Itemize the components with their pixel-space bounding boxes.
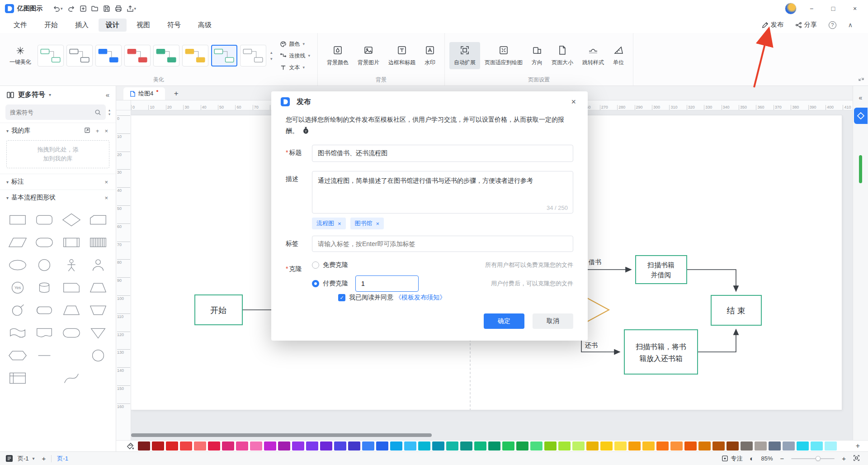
export-dropdown-icon[interactable]: ▾: [134, 6, 137, 11]
collapse-panel-icon[interactable]: «: [106, 91, 109, 99]
active-page-tab[interactable]: 页-1: [57, 455, 68, 463]
clone-price-input[interactable]: [355, 275, 419, 292]
theme-thumbnail[interactable]: [153, 45, 179, 66]
color-swatch[interactable]: [390, 441, 402, 451]
paid-clone-radio[interactable]: [312, 280, 319, 287]
focus-mode-button[interactable]: 专注: [722, 455, 742, 463]
color-swatch[interactable]: [474, 441, 486, 451]
node-scan-borrow[interactable]: [636, 256, 687, 284]
share-button[interactable]: 分享: [795, 21, 817, 29]
free-clone-radio[interactable]: [312, 261, 319, 269]
zoom-out-button[interactable]: −: [780, 455, 784, 462]
format-panel-button[interactable]: [854, 108, 868, 124]
menu-tab-file[interactable]: 文件: [6, 19, 34, 32]
color-swatch[interactable]: [250, 441, 262, 451]
connector-borrow[interactable]: [581, 270, 631, 295]
new-tab-button[interactable]: +: [171, 89, 181, 100]
close-button[interactable]: ×: [848, 3, 862, 14]
zoom-slider-thumb[interactable]: [816, 456, 821, 461]
shape-person[interactable]: [59, 254, 84, 276]
orientation-button[interactable]: 方向: [527, 42, 547, 69]
color-swatch[interactable]: [460, 441, 472, 451]
maximize-button[interactable]: □: [826, 3, 840, 14]
color-swatch[interactable]: [825, 441, 837, 451]
color-swatch[interactable]: [684, 441, 697, 451]
dialog-close-icon[interactable]: ×: [568, 95, 579, 109]
fill-bucket-icon[interactable]: [126, 442, 134, 450]
vertical-scrollbar-thumb[interactable]: [859, 155, 862, 183]
shape-ellipse[interactable]: [5, 254, 30, 276]
color-swatch[interactable]: [811, 441, 823, 451]
shape-user[interactable]: [86, 254, 111, 276]
shape-card-right[interactable]: [59, 277, 84, 299]
help-icon[interactable]: ?: [829, 21, 836, 29]
shape-striped[interactable]: [86, 232, 111, 253]
color-swatch[interactable]: [208, 441, 220, 451]
free-clone-label[interactable]: 免费克隆: [323, 261, 348, 269]
jump-style-button[interactable]: 跳转样式: [578, 42, 609, 69]
my-library-section-header[interactable]: ▾ 我的库 + ×: [0, 123, 116, 138]
color-swatch[interactable]: [614, 441, 627, 451]
shape-document[interactable]: [33, 322, 57, 344]
fit-page-to-drawing-button[interactable]: 页面适应到绘图: [480, 42, 527, 69]
color-swatch[interactable]: [488, 441, 500, 451]
color-swatch[interactable]: [194, 441, 206, 451]
menu-tab-advanced[interactable]: 高级: [191, 19, 219, 32]
color-swatch[interactable]: [236, 441, 248, 451]
auto-expand-button[interactable]: 自动扩展: [449, 42, 480, 69]
shape-loop[interactable]: [5, 299, 30, 321]
color-swatch[interactable]: [530, 441, 542, 451]
remove-tag-icon[interactable]: ×: [376, 220, 380, 227]
color-swatch[interactable]: [769, 441, 781, 451]
undo-dropdown-icon[interactable]: ▾: [61, 6, 63, 11]
color-swatch[interactable]: [334, 441, 346, 451]
zoom-slider[interactable]: [791, 458, 835, 459]
text-dropdown[interactable]: 文本 ▾: [277, 63, 313, 72]
ribbon-expand-icon[interactable]: [858, 76, 864, 83]
collapse-ribbon-icon[interactable]: ∧: [848, 21, 853, 28]
theme-scroll-up-icon[interactable]: ▴: [270, 50, 273, 55]
shape-parallelogram[interactable]: [5, 232, 30, 253]
color-swatch[interactable]: [755, 441, 767, 451]
color-swatch[interactable]: [712, 441, 725, 451]
node-scan-return[interactable]: [624, 330, 698, 374]
zoom-percentage[interactable]: 85%: [761, 455, 773, 462]
shape-dash[interactable]: [33, 345, 57, 366]
shape-circle[interactable]: [33, 254, 57, 276]
symbol-search-box[interactable]: [5, 104, 106, 120]
menu-tab-view[interactable]: 视图: [129, 19, 157, 32]
color-swatch[interactable]: [726, 441, 739, 451]
theme-scroll-down-icon[interactable]: ▾: [270, 57, 273, 61]
color-swatch[interactable]: [292, 441, 304, 451]
shape-circle[interactable]: [86, 345, 111, 366]
color-swatch[interactable]: [741, 441, 753, 451]
library-import-icon[interactable]: [83, 127, 92, 135]
connector-return-to-end[interactable]: [698, 329, 736, 352]
menu-tab-design[interactable]: 设计: [99, 19, 127, 32]
color-swatch[interactable]: [783, 441, 795, 451]
color-swatch[interactable]: [362, 441, 374, 451]
color-swatch[interactable]: [348, 441, 360, 451]
color-swatch[interactable]: [152, 441, 164, 451]
tag-input[interactable]: [312, 236, 573, 252]
color-swatch[interactable]: [264, 441, 276, 451]
color-swatch[interactable]: [432, 441, 444, 451]
theme-thumbnail[interactable]: [38, 45, 64, 66]
one-click-beautify-button[interactable]: 一键美化: [5, 46, 36, 66]
shape-triangle-down[interactable]: [86, 322, 111, 344]
remove-tag-icon[interactable]: ×: [338, 220, 341, 227]
shape-card-left[interactable]: [86, 209, 111, 231]
color-swatch[interactable]: [544, 441, 557, 451]
shape-cylinder[interactable]: [33, 277, 57, 299]
shape-trapezoid[interactable]: [86, 277, 111, 299]
color-swatch[interactable]: [404, 441, 416, 451]
color-swatch[interactable]: [642, 441, 655, 451]
color-swatch[interactable]: [797, 441, 809, 451]
color-swatch[interactable]: [670, 441, 683, 451]
shape-diamond[interactable]: [59, 209, 84, 231]
unit-button[interactable]: 单位: [609, 42, 628, 69]
theme-thumbnail[interactable]: [124, 45, 151, 66]
color-swatch[interactable]: [656, 441, 669, 451]
more-symbols-label[interactable]: 更多符号: [18, 90, 45, 99]
shape-trapezoid-down[interactable]: [86, 299, 111, 321]
